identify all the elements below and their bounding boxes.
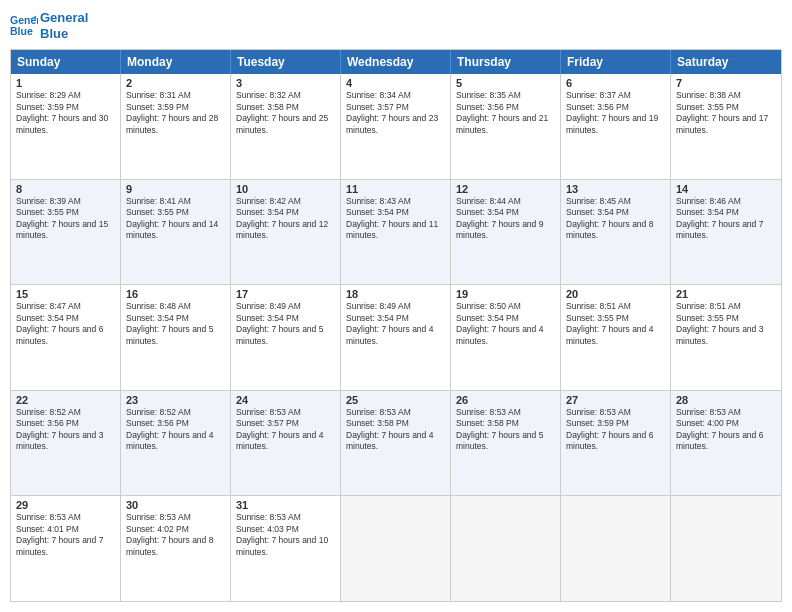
cell-info: Sunrise: 8:49 AMSunset: 3:54 PMDaylight:… bbox=[236, 301, 323, 345]
cell-info: Sunrise: 8:38 AMSunset: 3:55 PMDaylight:… bbox=[676, 90, 768, 134]
calendar-cell bbox=[561, 496, 671, 601]
cell-info: Sunrise: 8:37 AMSunset: 3:56 PMDaylight:… bbox=[566, 90, 658, 134]
day-number: 8 bbox=[16, 183, 115, 195]
day-number: 26 bbox=[456, 394, 555, 406]
calendar-cell: 18 Sunrise: 8:49 AMSunset: 3:54 PMDaylig… bbox=[341, 285, 451, 390]
day-number: 27 bbox=[566, 394, 665, 406]
cell-info: Sunrise: 8:51 AMSunset: 3:55 PMDaylight:… bbox=[676, 301, 763, 345]
calendar-cell: 1 Sunrise: 8:29 AMSunset: 3:59 PMDayligh… bbox=[11, 74, 121, 179]
cell-info: Sunrise: 8:32 AMSunset: 3:58 PMDaylight:… bbox=[236, 90, 328, 134]
cell-info: Sunrise: 8:53 AMSunset: 3:59 PMDaylight:… bbox=[566, 407, 653, 451]
day-number: 10 bbox=[236, 183, 335, 195]
logo-general: General bbox=[40, 10, 88, 26]
calendar-row: 15 Sunrise: 8:47 AMSunset: 3:54 PMDaylig… bbox=[11, 284, 781, 390]
calendar-cell: 2 Sunrise: 8:31 AMSunset: 3:59 PMDayligh… bbox=[121, 74, 231, 179]
cell-info: Sunrise: 8:53 AMSunset: 4:02 PMDaylight:… bbox=[126, 512, 213, 556]
calendar-row: 1 Sunrise: 8:29 AMSunset: 3:59 PMDayligh… bbox=[11, 74, 781, 179]
day-number: 22 bbox=[16, 394, 115, 406]
day-number: 18 bbox=[346, 288, 445, 300]
calendar-cell bbox=[671, 496, 781, 601]
calendar-cell: 19 Sunrise: 8:50 AMSunset: 3:54 PMDaylig… bbox=[451, 285, 561, 390]
cell-info: Sunrise: 8:53 AMSunset: 3:58 PMDaylight:… bbox=[346, 407, 433, 451]
calendar-cell: 21 Sunrise: 8:51 AMSunset: 3:55 PMDaylig… bbox=[671, 285, 781, 390]
day-number: 4 bbox=[346, 77, 445, 89]
cell-info: Sunrise: 8:42 AMSunset: 3:54 PMDaylight:… bbox=[236, 196, 328, 240]
calendar-cell: 12 Sunrise: 8:44 AMSunset: 3:54 PMDaylig… bbox=[451, 180, 561, 285]
cell-info: Sunrise: 8:35 AMSunset: 3:56 PMDaylight:… bbox=[456, 90, 548, 134]
day-number: 30 bbox=[126, 499, 225, 511]
calendar-cell: 31 Sunrise: 8:53 AMSunset: 4:03 PMDaylig… bbox=[231, 496, 341, 601]
day-number: 19 bbox=[456, 288, 555, 300]
calendar-cell: 8 Sunrise: 8:39 AMSunset: 3:55 PMDayligh… bbox=[11, 180, 121, 285]
calendar-cell: 10 Sunrise: 8:42 AMSunset: 3:54 PMDaylig… bbox=[231, 180, 341, 285]
calendar-cell: 14 Sunrise: 8:46 AMSunset: 3:54 PMDaylig… bbox=[671, 180, 781, 285]
calendar-cell: 13 Sunrise: 8:45 AMSunset: 3:54 PMDaylig… bbox=[561, 180, 671, 285]
weekday-header: Thursday bbox=[451, 50, 561, 74]
day-number: 13 bbox=[566, 183, 665, 195]
cell-info: Sunrise: 8:46 AMSunset: 3:54 PMDaylight:… bbox=[676, 196, 763, 240]
day-number: 17 bbox=[236, 288, 335, 300]
calendar-cell: 25 Sunrise: 8:53 AMSunset: 3:58 PMDaylig… bbox=[341, 391, 451, 496]
header: General Blue General Blue bbox=[10, 10, 782, 41]
day-number: 21 bbox=[676, 288, 776, 300]
calendar-cell bbox=[451, 496, 561, 601]
calendar-cell: 5 Sunrise: 8:35 AMSunset: 3:56 PMDayligh… bbox=[451, 74, 561, 179]
day-number: 9 bbox=[126, 183, 225, 195]
weekday-header: Tuesday bbox=[231, 50, 341, 74]
day-number: 1 bbox=[16, 77, 115, 89]
day-number: 6 bbox=[566, 77, 665, 89]
day-number: 28 bbox=[676, 394, 776, 406]
weekday-header: Sunday bbox=[11, 50, 121, 74]
calendar-header: SundayMondayTuesdayWednesdayThursdayFrid… bbox=[11, 50, 781, 74]
cell-info: Sunrise: 8:50 AMSunset: 3:54 PMDaylight:… bbox=[456, 301, 543, 345]
calendar-row: 22 Sunrise: 8:52 AMSunset: 3:56 PMDaylig… bbox=[11, 390, 781, 496]
day-number: 29 bbox=[16, 499, 115, 511]
cell-info: Sunrise: 8:41 AMSunset: 3:55 PMDaylight:… bbox=[126, 196, 218, 240]
cell-info: Sunrise: 8:45 AMSunset: 3:54 PMDaylight:… bbox=[566, 196, 653, 240]
weekday-header: Friday bbox=[561, 50, 671, 74]
calendar-cell: 30 Sunrise: 8:53 AMSunset: 4:02 PMDaylig… bbox=[121, 496, 231, 601]
cell-info: Sunrise: 8:29 AMSunset: 3:59 PMDaylight:… bbox=[16, 90, 108, 134]
calendar-cell: 29 Sunrise: 8:53 AMSunset: 4:01 PMDaylig… bbox=[11, 496, 121, 601]
cell-info: Sunrise: 8:52 AMSunset: 3:56 PMDaylight:… bbox=[16, 407, 103, 451]
day-number: 11 bbox=[346, 183, 445, 195]
cell-info: Sunrise: 8:34 AMSunset: 3:57 PMDaylight:… bbox=[346, 90, 438, 134]
weekday-header: Wednesday bbox=[341, 50, 451, 74]
page: General Blue General Blue SundayMondayTu… bbox=[0, 0, 792, 612]
day-number: 16 bbox=[126, 288, 225, 300]
day-number: 20 bbox=[566, 288, 665, 300]
day-number: 23 bbox=[126, 394, 225, 406]
calendar-cell: 9 Sunrise: 8:41 AMSunset: 3:55 PMDayligh… bbox=[121, 180, 231, 285]
calendar-cell: 6 Sunrise: 8:37 AMSunset: 3:56 PMDayligh… bbox=[561, 74, 671, 179]
day-number: 3 bbox=[236, 77, 335, 89]
calendar-cell: 7 Sunrise: 8:38 AMSunset: 3:55 PMDayligh… bbox=[671, 74, 781, 179]
day-number: 31 bbox=[236, 499, 335, 511]
calendar-cell: 20 Sunrise: 8:51 AMSunset: 3:55 PMDaylig… bbox=[561, 285, 671, 390]
cell-info: Sunrise: 8:43 AMSunset: 3:54 PMDaylight:… bbox=[346, 196, 438, 240]
logo-icon: General Blue bbox=[10, 12, 38, 40]
logo: General Blue General Blue bbox=[10, 10, 88, 41]
weekday-header: Saturday bbox=[671, 50, 781, 74]
calendar-row: 29 Sunrise: 8:53 AMSunset: 4:01 PMDaylig… bbox=[11, 495, 781, 601]
cell-info: Sunrise: 8:31 AMSunset: 3:59 PMDaylight:… bbox=[126, 90, 218, 134]
logo-blue: Blue bbox=[40, 26, 88, 42]
day-number: 5 bbox=[456, 77, 555, 89]
calendar-cell: 24 Sunrise: 8:53 AMSunset: 3:57 PMDaylig… bbox=[231, 391, 341, 496]
calendar-body: 1 Sunrise: 8:29 AMSunset: 3:59 PMDayligh… bbox=[11, 74, 781, 601]
calendar-cell: 27 Sunrise: 8:53 AMSunset: 3:59 PMDaylig… bbox=[561, 391, 671, 496]
calendar: SundayMondayTuesdayWednesdayThursdayFrid… bbox=[10, 49, 782, 602]
calendar-cell: 22 Sunrise: 8:52 AMSunset: 3:56 PMDaylig… bbox=[11, 391, 121, 496]
cell-info: Sunrise: 8:53 AMSunset: 4:03 PMDaylight:… bbox=[236, 512, 328, 556]
day-number: 25 bbox=[346, 394, 445, 406]
weekday-header: Monday bbox=[121, 50, 231, 74]
cell-info: Sunrise: 8:53 AMSunset: 4:01 PMDaylight:… bbox=[16, 512, 103, 556]
calendar-row: 8 Sunrise: 8:39 AMSunset: 3:55 PMDayligh… bbox=[11, 179, 781, 285]
calendar-cell: 11 Sunrise: 8:43 AMSunset: 3:54 PMDaylig… bbox=[341, 180, 451, 285]
cell-info: Sunrise: 8:53 AMSunset: 3:57 PMDaylight:… bbox=[236, 407, 323, 451]
calendar-cell: 17 Sunrise: 8:49 AMSunset: 3:54 PMDaylig… bbox=[231, 285, 341, 390]
svg-text:Blue: Blue bbox=[10, 24, 33, 36]
calendar-cell: 23 Sunrise: 8:52 AMSunset: 3:56 PMDaylig… bbox=[121, 391, 231, 496]
cell-info: Sunrise: 8:52 AMSunset: 3:56 PMDaylight:… bbox=[126, 407, 213, 451]
calendar-cell: 4 Sunrise: 8:34 AMSunset: 3:57 PMDayligh… bbox=[341, 74, 451, 179]
cell-info: Sunrise: 8:51 AMSunset: 3:55 PMDaylight:… bbox=[566, 301, 653, 345]
